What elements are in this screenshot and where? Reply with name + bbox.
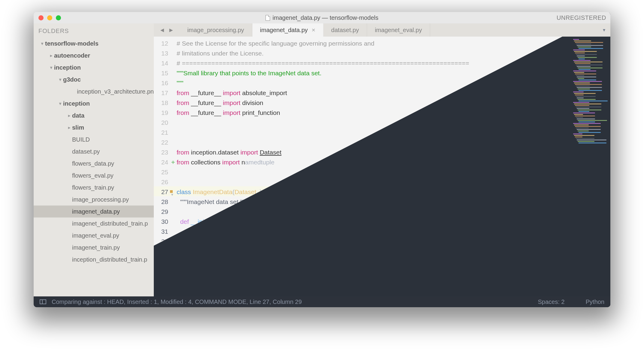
line-number: 14 — [154, 58, 171, 68]
line-number: 12 — [154, 38, 171, 48]
file-icon — [266, 15, 270, 21]
tree-item-label: inception_distributed_train.p — [72, 256, 147, 263]
code-line[interactable]: # limitations under the License. — [177, 48, 568, 58]
nav-forward-icon[interactable]: ► — [168, 27, 174, 34]
panel-toggle-icon[interactable] — [40, 299, 46, 304]
code-line[interactable]: """Small library that points to the Imag… — [177, 68, 568, 78]
chevron-right-icon: ▸ — [66, 125, 72, 130]
nav-back-icon[interactable]: ◄ — [159, 27, 165, 34]
tree-item[interactable]: flowers_train.py — [34, 182, 154, 194]
line-number: 32 — [154, 236, 171, 246]
line-number: 33 — [154, 246, 171, 256]
tree-item[interactable]: ▸autoencoder — [34, 50, 154, 62]
fold-icon[interactable]: ▾ — [171, 190, 173, 200]
tree-item[interactable]: imagenet_distributed_train.p — [34, 218, 154, 230]
window-title-text: imagenet_data.py — tensorflow-models — [272, 14, 378, 21]
tree-item-label: inception_v3_architecture.pn — [77, 88, 154, 95]
title-bar: imagenet_data.py — tensorflow-models UNR… — [34, 12, 610, 23]
code-line[interactable]: from __future__ import division — [177, 98, 568, 108]
tree-item-label: inception — [63, 100, 90, 107]
tree-item[interactable]: ▸data — [34, 110, 154, 122]
status-left-text: Comparing against : HEAD, Inserted : 1, … — [52, 298, 302, 305]
minimap[interactable] — [571, 37, 610, 296]
tree-item[interactable]: ▸slim — [34, 122, 154, 134]
tree-item[interactable]: imagenet_data.py — [34, 206, 154, 218]
unregistered-label: UNREGISTERED — [557, 14, 606, 21]
tab-label: image_processing.py — [187, 27, 244, 34]
tree-item[interactable]: imagenet_eval.py — [34, 230, 154, 242]
code-line[interactable]: from collections import namedtuple+ — [177, 157, 568, 167]
tree-item-label: inception — [54, 64, 81, 71]
tree-item-label: imagenet_train.py — [72, 244, 120, 251]
tab-close-icon[interactable]: ✕ — [311, 27, 315, 33]
chevron-right-icon: ▸ — [48, 53, 54, 58]
tabs: image_processing.pyimagenet_data.py✕data… — [180, 23, 430, 37]
tree-item-label: imagenet_eval.py — [72, 232, 119, 239]
tree-item[interactable]: ▾g3doc — [34, 74, 154, 86]
tab[interactable]: imagenet_eval.py — [367, 23, 430, 37]
code-line[interactable]: """ — [177, 78, 568, 88]
tree-item[interactable]: image_processing.py — [34, 194, 154, 206]
tab-overflow-icon[interactable]: ▼ — [602, 28, 606, 32]
code-line[interactable]: def __init__(self, subset): — [177, 217, 568, 226]
tab[interactable]: dataset.py — [324, 23, 367, 37]
line-number: 22 — [154, 137, 171, 147]
tree-item-label: flowers_eval.py — [72, 172, 114, 179]
tree-item[interactable]: ▾inception — [34, 62, 154, 74]
line-number: 27 — [154, 187, 171, 197]
tree-item-label: imagenet_data.py — [72, 208, 120, 215]
sidebar[interactable]: FOLDERS ▾ tensorflow-models ▸autoencoder… — [34, 23, 154, 296]
code-line[interactable]: """Returns the number of classes in the … — [177, 256, 568, 266]
code-line[interactable]: # See the License for the specific langu… — [177, 38, 568, 48]
tree-item[interactable]: imagenet_train.py — [34, 242, 154, 254]
fold-icon[interactable]: ▾ — [171, 249, 173, 259]
tree-item-label: g3doc — [63, 76, 81, 83]
line-number: 20 — [154, 118, 171, 128]
code-line[interactable]: class ImagenetData(Dataset_):▾ — [177, 187, 568, 197]
tree-item[interactable]: flowers_eval.py — [34, 170, 154, 182]
code-line[interactable]: from __future__ import absolute_import — [177, 88, 568, 98]
chevron-down-icon: ▾ — [48, 65, 54, 70]
line-number: 24 — [154, 157, 171, 167]
status-syntax[interactable]: Python — [586, 298, 604, 305]
tree-item[interactable]: inception_distributed_train.p — [34, 254, 154, 266]
tree-item[interactable]: dataset.py — [34, 146, 154, 158]
tree-item[interactable]: BUILD — [34, 134, 154, 146]
project-root-label: tensorflow-models — [45, 40, 99, 47]
editor-pane: ◄ ► image_processing.pyimagenet_data.py✕… — [154, 23, 610, 296]
tree-item-label: flowers_train.py — [72, 184, 114, 191]
line-number: 30 — [154, 217, 171, 226]
line-number: 18 — [154, 98, 171, 108]
chevron-down-icon: ▾ — [57, 77, 63, 82]
code-line[interactable]: # ======================================… — [177, 58, 568, 68]
file-tree: ▸autoencoder▾inception▾g3docinception_v3… — [34, 50, 154, 266]
code-line[interactable]: def num_classes(self):▾ — [177, 246, 568, 256]
tree-item[interactable]: inception_v3_architecture.pn — [34, 86, 154, 98]
line-number: 19 — [154, 108, 171, 118]
editor-window: imagenet_data.py — tensorflow-models UNR… — [34, 12, 610, 307]
tree-item[interactable]: flowers_data.py — [34, 158, 154, 170]
line-number: 29 — [154, 207, 171, 217]
line-number: 34 — [154, 256, 171, 266]
tab-history-nav: ◄ ► — [154, 27, 180, 34]
code-line[interactable]: return 1000 — [177, 266, 568, 276]
line-number: 16 — [154, 78, 171, 88]
code-line[interactable]: """ImageNet data set.""" — [177, 197, 568, 207]
tab[interactable]: image_processing.py — [180, 23, 252, 37]
code-line[interactable]: super(ImagenetData, self).__init__('Imag… — [177, 226, 568, 236]
code-editor[interactable]: 12# See the License for the specific lan… — [154, 37, 610, 296]
line-number: 35 — [154, 266, 171, 276]
chevron-right-icon: ▸ — [66, 113, 72, 118]
tree-item-label: dataset.py — [72, 148, 100, 155]
tree-item-label: image_processing.py — [72, 196, 129, 203]
status-indent[interactable]: Spaces: 2 — [538, 298, 565, 305]
line-number: 28 — [154, 197, 171, 207]
code-line[interactable]: from __future__ import print_function — [177, 108, 568, 118]
diff-added-icon: + — [171, 157, 175, 167]
tab[interactable]: imagenet_data.py✕ — [252, 23, 324, 37]
project-root[interactable]: ▾ tensorflow-models — [34, 38, 154, 50]
tab-label: imagenet_eval.py — [375, 27, 422, 34]
code-line[interactable]: from inception.dataset import Dataset — [177, 147, 568, 157]
tree-item[interactable]: ▾inception — [34, 98, 154, 110]
line-number: 31 — [154, 226, 171, 236]
